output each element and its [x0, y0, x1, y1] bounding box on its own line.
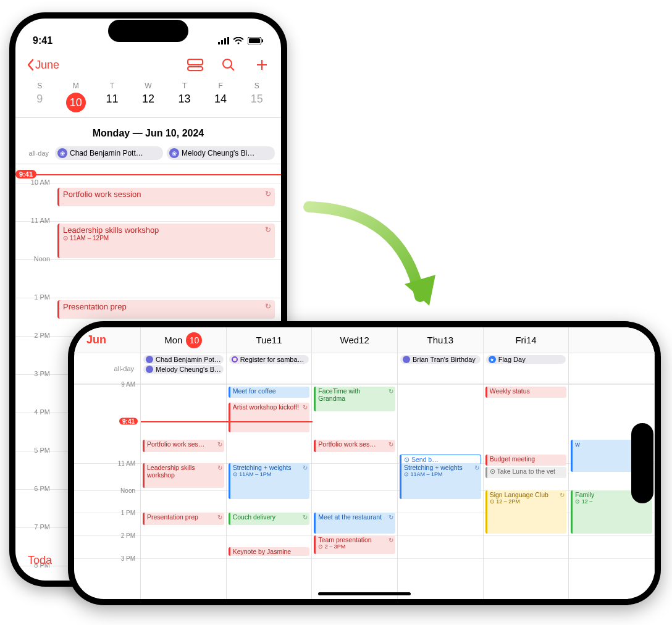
- add-event-button[interactable]: [254, 57, 270, 73]
- nav-back-button[interactable]: June: [27, 59, 59, 72]
- svg-point-10: [223, 59, 232, 68]
- allday-event[interactable]: ★Flag Day: [486, 355, 566, 364]
- event-time: ⊙ 2 – 3PM: [318, 543, 385, 550]
- day-header[interactable]: Thu 13: [398, 327, 484, 353]
- allday-event[interactable]: Chad Benjamin Pot…: [143, 355, 224, 364]
- event-title: Team presentation: [318, 536, 385, 543]
- svg-rect-3: [227, 37, 229, 44]
- week-day-column[interactable]: T11: [94, 79, 130, 117]
- calendar-event[interactable]: Sign Language Club⊙ 12 – 2PM↻: [485, 490, 567, 534]
- calendar-event[interactable]: Portfolio work ses…↻: [143, 440, 224, 452]
- calendar-event[interactable]: Team presentation⊙ 2 – 3PM↻: [314, 535, 395, 554]
- today-button[interactable]: Toda: [28, 554, 52, 567]
- calendar-event[interactable]: ⊙ Take Luna to the vet: [485, 467, 567, 478]
- dynamic-island: [108, 20, 188, 42]
- day-header[interactable]: Tue 11: [227, 327, 313, 353]
- allday-event[interactable]: ❀Melody Cheung's Bi…: [167, 146, 275, 160]
- allday-event[interactable]: Brian Tran's Birthday: [400, 355, 481, 364]
- allday-label: all-day: [74, 353, 141, 384]
- event-title: Budget meeting: [490, 455, 557, 463]
- phone-landscape-frame: JunMon 10Tue 11Wed 12Thu 13Fri 14all-day…: [68, 321, 661, 605]
- week-day-number: 9: [22, 93, 58, 106]
- calendar-event[interactable]: FaceTime with Grandma↻: [314, 387, 395, 411]
- calendar-event[interactable]: Meet for coffee: [229, 387, 310, 398]
- calendar-event[interactable]: Budget meeting: [485, 455, 567, 466]
- hour-gridline: [398, 384, 483, 385]
- view-toggle-button[interactable]: [187, 57, 203, 73]
- hour-gridline: [569, 384, 654, 385]
- allday-event-title: Melody Cheung's B…: [156, 366, 221, 373]
- hour-label: 9 AM: [121, 381, 135, 388]
- landscape-screen: JunMon 10Tue 11Wed 12Thu 13Fri 14all-day…: [74, 327, 655, 599]
- hour-gridline: [312, 558, 397, 559]
- allday-event[interactable]: Melody Cheung's B…: [143, 365, 224, 374]
- svg-rect-7: [262, 40, 263, 43]
- day-header[interactable]: Mon 10: [141, 327, 227, 353]
- calendar-event[interactable]: Portfolio work session↻: [57, 188, 275, 206]
- day-header[interactable]: Fri 14: [484, 327, 569, 353]
- search-button[interactable]: [220, 57, 237, 73]
- event-time: ⊙ 12 –: [575, 498, 642, 505]
- week-day-column[interactable]: S9: [22, 79, 58, 117]
- day-number: 13: [443, 335, 453, 345]
- event-title: Presentation prep: [147, 513, 214, 521]
- calendar-event[interactable]: Presentation prep↻: [57, 300, 275, 319]
- week-day-letter: S: [22, 82, 58, 90]
- week-day-column[interactable]: S15: [238, 79, 275, 117]
- day-column[interactable]: FaceTime with Grandma↻Portfolio work ses…: [312, 384, 398, 599]
- week-grid[interactable]: JunMon 10Tue 11Wed 12Thu 13Fri 14all-day…: [74, 327, 655, 599]
- calendar-event[interactable]: Leadership skills workshop⊙ 11AM – 12PM↻: [57, 224, 275, 258]
- calendar-event[interactable]: Stretching + weights⊙ 11AM – 1PM↻: [229, 463, 310, 499]
- day-column[interactable]: Weekly statusBudget meeting⊙ Take Luna t…: [484, 384, 569, 599]
- hour-label: 1 PM: [20, 293, 50, 301]
- recurring-icon: ↻: [303, 404, 308, 411]
- week-day-number: 14: [203, 93, 239, 106]
- event-title: Leadership skills workshop: [147, 464, 214, 479]
- allday-event[interactable]: ❀Chad Benjamin Pott…: [55, 146, 163, 160]
- event-time: ⊙ 11AM – 1PM: [233, 471, 300, 477]
- calendar-event[interactable]: Meet at the restaurant↻: [314, 513, 395, 534]
- now-indicator-line: [141, 421, 313, 422]
- hour-label: 2 PM: [121, 532, 135, 539]
- recurring-icon: ↻: [265, 225, 271, 234]
- home-indicator[interactable]: [318, 592, 411, 595]
- event-title: Meet for coffee: [233, 387, 300, 395]
- hour-gridline: [398, 558, 483, 559]
- hour-label: 7 PM: [20, 523, 50, 531]
- day-column[interactable]: Portfolio work ses…↻Leadership skills wo…: [141, 384, 227, 599]
- month-label[interactable]: Jun: [74, 327, 141, 353]
- calendar-event[interactable]: Leadership skills workshop↻: [143, 463, 224, 488]
- allday-event-title: Chad Benjamin Pot…: [156, 356, 221, 363]
- svg-line-11: [230, 67, 234, 70]
- week-day-column[interactable]: M10: [58, 79, 94, 117]
- hour-gridline: [484, 558, 569, 559]
- day-column[interactable]: ⊙ Send b…Stretching + weights⊙ 11AM – 1P…: [398, 384, 484, 599]
- day-column[interactable]: Meet for coffeeArtist workshop kickoff!↻…: [227, 384, 313, 599]
- hour-gridline: [312, 490, 397, 491]
- hour-gridline: [484, 384, 569, 385]
- day-header[interactable]: [569, 327, 655, 353]
- allday-event[interactable]: Register for samba…: [229, 355, 309, 364]
- svg-rect-9: [188, 67, 203, 70]
- week-day-column[interactable]: T13: [166, 79, 203, 117]
- day-header[interactable]: Wed 12: [312, 327, 398, 353]
- calendar-event[interactable]: Keynote by Jasmine: [229, 547, 310, 556]
- calendar-event[interactable]: Presentation prep↻: [143, 513, 224, 525]
- calendar-event[interactable]: Portfolio work ses…↻: [314, 440, 395, 452]
- hour-label: 3 PM: [121, 555, 135, 562]
- recurring-icon: ↻: [560, 492, 565, 499]
- recurring-icon: ↻: [217, 441, 222, 448]
- calendar-event[interactable]: Couch delivery↻: [229, 513, 310, 525]
- svg-rect-1: [221, 40, 223, 44]
- event-title: FaceTime with Grandma: [318, 387, 385, 402]
- week-day-column[interactable]: W12: [130, 79, 167, 117]
- calendar-event[interactable]: Stretching + weights⊙ 11AM – 1PM↻: [400, 463, 481, 499]
- allday-event-title: Chad Benjamin Pott…: [70, 149, 143, 157]
- recurring-icon: ↻: [217, 514, 222, 521]
- event-title: Sign Language Club: [490, 491, 557, 498]
- calendar-event[interactable]: Weekly status: [485, 387, 567, 398]
- week-day-column[interactable]: F14: [203, 79, 239, 117]
- svg-rect-2: [224, 38, 226, 44]
- recurring-icon: ↻: [388, 537, 393, 544]
- calendar-event[interactable]: Artist workshop kickoff!↻: [229, 403, 310, 432]
